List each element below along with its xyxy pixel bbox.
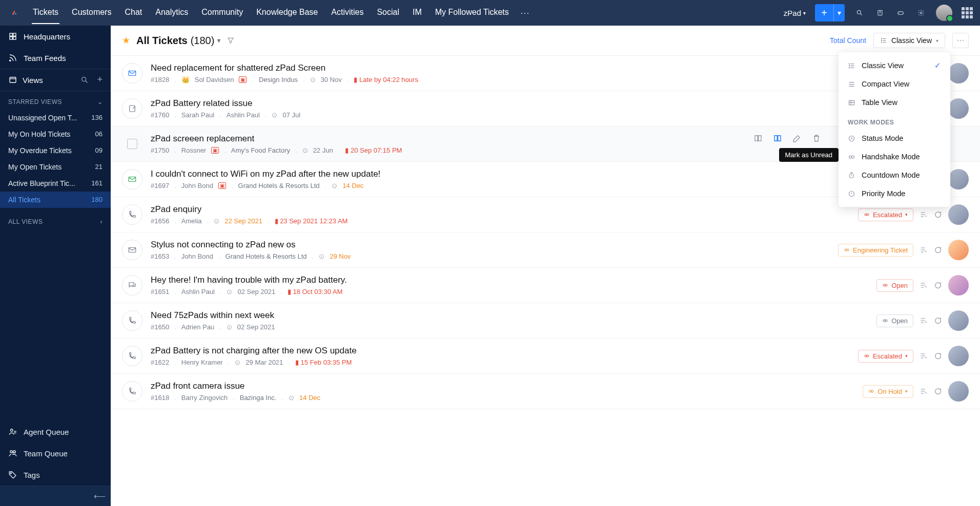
assignee-avatar[interactable] <box>948 240 969 260</box>
assignee-avatar[interactable] <box>948 169 969 189</box>
assignee-avatar[interactable] <box>948 204 969 225</box>
gear-icon[interactable] <box>915 7 927 18</box>
status-badge[interactable]: Open <box>876 279 913 292</box>
ticket-subject[interactable]: zPad Battery related issue <box>151 98 911 109</box>
notes-icon[interactable] <box>874 7 886 18</box>
ticket-subject[interactable]: Need replacement for shattered zPad Scre… <box>151 63 911 73</box>
nav-customers[interactable]: Customers <box>71 2 112 24</box>
starred-views-header[interactable]: STARRED VIEWS ⌄ <box>0 91 111 110</box>
filter-icon[interactable] <box>227 36 235 45</box>
department-selector[interactable]: zPad▾ <box>784 9 806 17</box>
ticket-right: Engineering Ticket <box>838 240 969 260</box>
apps-grid-icon[interactable] <box>962 7 973 18</box>
status-badge[interactable]: Escalated▾ <box>858 350 913 363</box>
nav-chat[interactable]: Chat <box>124 2 143 24</box>
sidebar-view-item[interactable]: Active Blueprint Tic...161 <box>0 175 111 192</box>
ticket-checkbox[interactable] <box>127 139 137 149</box>
gamepad-icon[interactable] <box>895 7 906 18</box>
ticket-subject[interactable]: zPad enquiry <box>151 204 850 215</box>
ticket-subject[interactable]: zPad front camera issue <box>151 381 854 391</box>
status-badge[interactable]: On Hold▾ <box>863 385 913 398</box>
user-avatar[interactable] <box>936 5 952 21</box>
thread-icon[interactable] <box>920 317 928 325</box>
total-count-link[interactable]: Total Count <box>830 36 866 45</box>
delete-icon[interactable] <box>812 134 821 143</box>
assignee-avatar[interactable] <box>948 275 969 296</box>
nav-activities[interactable]: Activities <box>330 2 364 24</box>
status-badge[interactable]: Open <box>876 314 913 327</box>
status-badge[interactable]: Escalated▾ <box>858 208 913 221</box>
thread-icon[interactable] <box>920 387 928 395</box>
dropdown-handshake-mode[interactable]: Handshake Mode <box>839 147 950 166</box>
view-mode-button[interactable]: Classic View ▾ <box>873 33 945 48</box>
sidebar-teamfeeds[interactable]: Team Feeds <box>0 47 111 69</box>
split-icon[interactable] <box>753 134 763 143</box>
comment-icon[interactable] <box>934 210 942 219</box>
dropdown-priority-mode[interactable]: Priority Mode <box>839 184 950 203</box>
star-icon[interactable]: ★ <box>122 35 130 46</box>
ticket-row[interactable]: Need 75zPads within next week#1650.Adrie… <box>111 303 980 339</box>
ticket-subject[interactable]: I couldn't connect to WiFi on my zPad af… <box>151 169 911 179</box>
sidebar-headquarters[interactable]: Headquarters <box>0 26 111 47</box>
assignee-avatar[interactable] <box>948 310 969 331</box>
sidebar-collapse-button[interactable]: ⟵ <box>0 486 111 506</box>
nav-knowledge-base[interactable]: Knowledge Base <box>255 2 319 24</box>
thread-icon[interactable] <box>920 352 928 360</box>
nav-analytics[interactable]: Analytics <box>154 2 189 24</box>
ticket-subject[interactable]: Stylus not connecting to zPad new os <box>151 240 830 250</box>
thread-icon[interactable] <box>920 210 928 219</box>
dropdown-status-mode[interactable]: Status Mode <box>839 129 950 147</box>
sidebar-view-item[interactable]: My Open Tickets21 <box>0 159 111 175</box>
comment-icon[interactable] <box>934 317 942 325</box>
more-actions-button[interactable]: ⋯ <box>952 33 969 48</box>
svg-point-12 <box>10 451 13 453</box>
thread-icon[interactable] <box>920 246 928 254</box>
ticket-row[interactable]: zPad Battery is not charging after the n… <box>111 339 980 374</box>
sidebar-team-queue[interactable]: Team Queue <box>0 442 111 464</box>
ticket-subject[interactable]: Hey there! I'm having trouble with my zP… <box>151 275 868 285</box>
mark-unread-icon[interactable] <box>773 134 782 143</box>
comment-icon[interactable] <box>934 352 942 360</box>
add-dropdown-button[interactable]: ▾ <box>833 4 845 22</box>
thread-icon[interactable] <box>920 281 928 289</box>
clock-icon: ⊙ <box>272 111 277 119</box>
nav-community[interactable]: Community <box>200 2 244 24</box>
sidebar-view-item[interactable]: Unassigned Open T...136 <box>0 110 111 126</box>
comment-icon[interactable] <box>934 387 942 395</box>
assignee-avatar[interactable] <box>948 346 969 366</box>
ticket-right: Open <box>876 310 969 331</box>
sidebar-view-item[interactable]: All Tickets180 <box>0 192 111 208</box>
more-nav-icon[interactable]: ⋯ <box>520 7 529 18</box>
ticket-subject[interactable]: zPad Battery is not charging after the n… <box>151 346 850 356</box>
assignee-avatar[interactable] <box>948 63 969 83</box>
dropdown-countdown-mode[interactable]: Countdown Mode <box>839 166 950 184</box>
sidebar-agent-queue[interactable]: Agent Queue <box>0 421 111 442</box>
all-views-header[interactable]: ALL VIEWS › <box>0 208 111 229</box>
ticket-row[interactable]: zPad front camera issue#1618.Barry Zingo… <box>111 374 980 409</box>
sidebar-view-item[interactable]: My On Hold Tickets06 <box>0 126 111 142</box>
views-add-icon[interactable]: + <box>97 76 103 84</box>
page-title[interactable]: All Tickets (180) ▾ <box>136 35 220 47</box>
nav-tickets[interactable]: Tickets <box>32 2 59 24</box>
assignee-avatar[interactable] <box>948 381 969 402</box>
add-button[interactable]: + <box>815 4 833 22</box>
nav-social[interactable]: Social <box>376 2 400 24</box>
nav-my-followed-tickets[interactable]: My Followed Tickets <box>434 2 510 24</box>
ticket-row[interactable]: Hey there! I'm having trouble with my zP… <box>111 268 980 303</box>
dropdown-classic-view[interactable]: Classic View ✓ <box>839 56 950 75</box>
views-search-icon[interactable] <box>80 76 89 84</box>
edit-icon[interactable] <box>792 134 802 143</box>
search-icon[interactable] <box>854 7 865 18</box>
clock-icon: ⊙ <box>227 323 232 331</box>
comment-icon[interactable] <box>934 246 942 254</box>
ticket-row[interactable]: Stylus not connecting to zPad new os#165… <box>111 233 980 268</box>
ticket-subject[interactable]: Need 75zPads within next week <box>151 310 868 321</box>
assignee-avatar[interactable] <box>948 98 969 119</box>
comment-icon[interactable] <box>934 281 942 289</box>
dropdown-table-view[interactable]: Table View <box>839 93 950 112</box>
dropdown-compact-view[interactable]: Compact View <box>839 75 950 93</box>
sidebar-tags[interactable]: Tags <box>0 464 111 486</box>
nav-im[interactable]: IM <box>412 2 423 24</box>
status-badge[interactable]: Engineering Ticket <box>838 244 913 257</box>
sidebar-view-item[interactable]: My Overdue Tickets09 <box>0 142 111 159</box>
